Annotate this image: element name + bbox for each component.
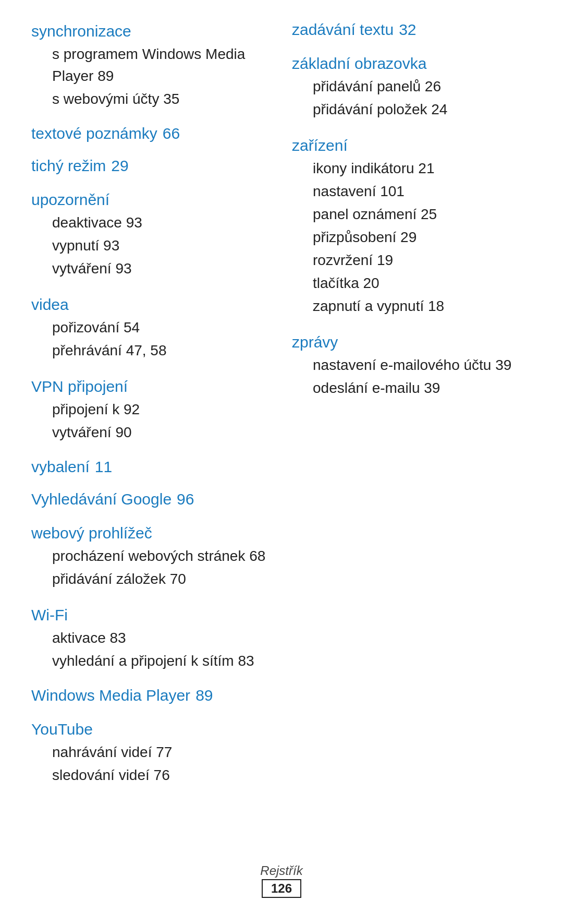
index-subitem: vyhledání a připojení k sítím 83 — [52, 650, 271, 672]
index-subitem: přidávání záložek 70 — [52, 568, 271, 590]
index-heading: synchronizace — [31, 21, 271, 41]
index-heading-with-number: textové poznámky66 — [31, 125, 271, 142]
index-heading-page: 29 — [111, 157, 128, 174]
index-subitem: zapnutí a vypnutí 18 — [313, 295, 532, 317]
index-subitem: ikony indikátoru 21 — [313, 158, 532, 179]
index-heading-with-number: Vyhledávání Google96 — [31, 490, 271, 508]
index-subitem: přidávání panelů 26 — [313, 76, 532, 98]
index-subitem: přidávání položek 24 — [313, 99, 532, 121]
index-heading: upozornění — [31, 189, 271, 210]
index-heading: zařízení — [292, 135, 532, 155]
footer-page-number: 126 — [262, 879, 301, 898]
index-heading-page: 11 — [95, 458, 112, 475]
index-heading-page: 96 — [177, 490, 194, 508]
index-subitem: aktivace 83 — [52, 627, 271, 649]
index-subitem: nahrávání videí 77 — [52, 741, 271, 763]
index-heading: videa — [31, 294, 271, 315]
index-subitem: deaktivace 93 — [52, 212, 271, 234]
index-subitem: připojení k 92 — [52, 399, 271, 421]
index-subitem: panel oznámení 25 — [313, 203, 532, 225]
index-heading-with-number: vybalení11 — [31, 458, 271, 476]
index-heading-with-number: tichý režim29 — [31, 157, 271, 175]
index-subitem: nastavení e-mailového účtu 39 — [313, 354, 532, 376]
index-subitem: odeslání e-mailu 39 — [313, 377, 532, 399]
index-page: synchronizaces programem Windows Media P… — [31, 21, 532, 786]
index-heading-page: 32 — [399, 21, 416, 38]
index-subitem: přehrávání 47, 58 — [52, 340, 271, 362]
index-subitem: s webovými účty 35 — [52, 88, 271, 110]
index-heading: Wi-Fi — [31, 605, 271, 625]
index-subitem: vypnutí 93 — [52, 235, 271, 257]
index-heading: VPN připojení — [31, 376, 271, 397]
index-heading-with-number: zadávání textu32 — [292, 21, 532, 39]
index-heading: zprávy — [292, 332, 532, 352]
index-heading-text: vybalení — [31, 458, 90, 475]
index-subitem: tlačítka 20 — [313, 272, 532, 294]
index-subitem: nastavení 101 — [313, 181, 532, 202]
right-column: zadávání textu32základní obrazovkapřidáv… — [282, 21, 532, 786]
index-heading: webový prohlížeč — [31, 523, 271, 543]
index-heading-text: zadávání textu — [292, 21, 394, 38]
index-heading-page: 89 — [195, 687, 213, 704]
footer-label: Rejstřík — [0, 863, 563, 878]
index-heading-with-number: Windows Media Player89 — [31, 687, 271, 704]
index-heading-text: tichý režim — [31, 157, 106, 174]
index-heading-text: textové poznámky — [31, 125, 157, 142]
page-footer: Rejstřík 126 — [0, 863, 563, 898]
index-subitem: sledování videí 76 — [52, 764, 271, 786]
index-heading-page: 66 — [163, 125, 180, 142]
index-heading-text: Windows Media Player — [31, 687, 190, 704]
index-subitem: vytváření 90 — [52, 422, 271, 443]
index-subitem: rozvržení 19 — [313, 249, 532, 271]
index-heading: základní obrazovka — [292, 53, 532, 74]
index-heading-text: Vyhledávání Google — [31, 490, 172, 508]
index-subitem: pořizování 54 — [52, 317, 271, 339]
left-column: synchronizaces programem Windows Media P… — [31, 21, 282, 786]
index-subitem: vytváření 93 — [52, 258, 271, 280]
index-subitem: přizpůsobení 29 — [313, 226, 532, 248]
index-heading: YouTube — [31, 719, 271, 739]
index-subitem: s programem Windows Media Player 89 — [52, 43, 271, 87]
index-subitem: procházení webových stránek 68 — [52, 545, 271, 567]
